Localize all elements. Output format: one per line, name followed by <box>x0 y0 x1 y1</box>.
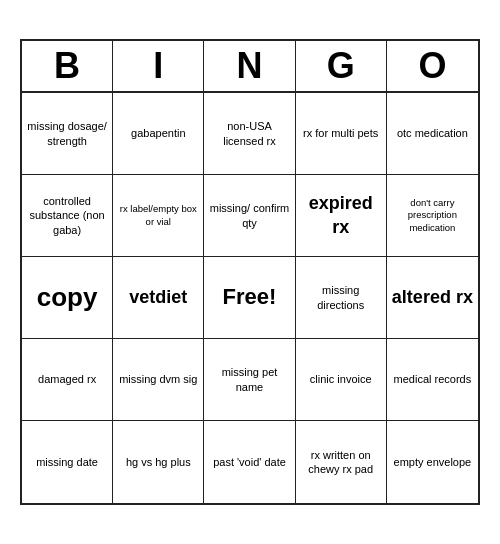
bingo-cell: rx written on chewy rx pad <box>296 421 387 503</box>
header-letter: O <box>387 41 478 91</box>
bingo-cell: missing/ confirm qty <box>204 175 295 257</box>
bingo-cell: missing dosage/ strength <box>22 93 113 175</box>
bingo-cell: damaged rx <box>22 339 113 421</box>
bingo-header: BINGO <box>22 41 478 93</box>
bingo-cell: rx for multi pets <box>296 93 387 175</box>
bingo-cell: non-USA licensed rx <box>204 93 295 175</box>
bingo-cell: hg vs hg plus <box>113 421 204 503</box>
bingo-cell: controlled substance (non gaba) <box>22 175 113 257</box>
bingo-cell: empty envelope <box>387 421 478 503</box>
bingo-cell: otc medication <box>387 93 478 175</box>
bingo-cell: vetdiet <box>113 257 204 339</box>
bingo-cell: past 'void' date <box>204 421 295 503</box>
bingo-cell: missing date <box>22 421 113 503</box>
bingo-grid: missing dosage/ strengthgabapentinnon-US… <box>22 93 478 503</box>
bingo-cell: altered rx <box>387 257 478 339</box>
bingo-cell: Free! <box>204 257 295 339</box>
bingo-cell: missing pet name <box>204 339 295 421</box>
header-letter: I <box>113 41 204 91</box>
bingo-cell: medical records <box>387 339 478 421</box>
bingo-cell: missing directions <box>296 257 387 339</box>
bingo-cell: don't carry prescription medication <box>387 175 478 257</box>
header-letter: G <box>296 41 387 91</box>
bingo-cell: rx label/empty box or vial <box>113 175 204 257</box>
bingo-cell: copy <box>22 257 113 339</box>
header-letter: B <box>22 41 113 91</box>
bingo-cell: expired rx <box>296 175 387 257</box>
bingo-cell: missing dvm sig <box>113 339 204 421</box>
header-letter: N <box>204 41 295 91</box>
bingo-cell: gabapentin <box>113 93 204 175</box>
bingo-card: BINGO missing dosage/ strengthgabapentin… <box>20 39 480 505</box>
bingo-cell: clinic invoice <box>296 339 387 421</box>
